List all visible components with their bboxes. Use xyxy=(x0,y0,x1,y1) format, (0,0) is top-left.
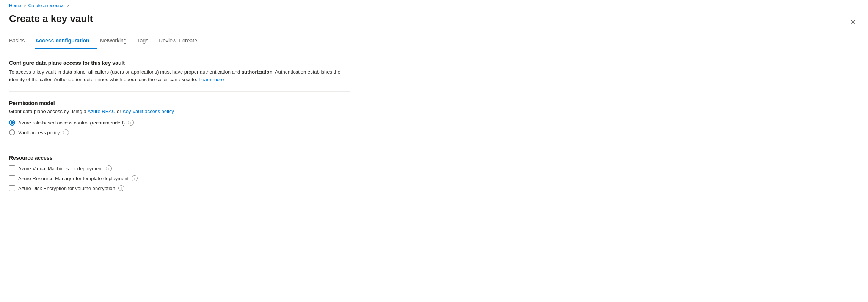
divider-1 xyxy=(9,91,350,92)
resource-access-section: Resource access Azure Virtual Machines f… xyxy=(9,155,350,191)
permission-model-section: Permission model Grant data plane access… xyxy=(9,100,350,135)
checkbox-arm-info-icon[interactable]: i xyxy=(132,175,138,181)
checkbox-vm-deployment-input[interactable] xyxy=(9,165,15,171)
breadcrumb-home[interactable]: Home xyxy=(9,3,21,8)
checkbox-arm-deployment-label: Azure Resource Manager for template depl… xyxy=(18,176,129,181)
content-area: Configure data plane access for this key… xyxy=(9,60,350,191)
checkbox-disk-info-icon[interactable]: i xyxy=(118,185,124,191)
configure-description: To access a key vault in data plane, all… xyxy=(9,68,350,83)
resource-access-checkboxes: Azure Virtual Machines for deployment i … xyxy=(9,165,350,191)
checkbox-vm-deployment[interactable]: Azure Virtual Machines for deployment i xyxy=(9,165,350,171)
configure-section: Configure data plane access for this key… xyxy=(9,60,350,83)
page-container: Home > Create a resource > Create a key … xyxy=(0,0,868,302)
radio-rbac-label: Azure role-based access control (recomme… xyxy=(18,120,125,126)
rbac-link[interactable]: Azure RBAC xyxy=(88,109,116,114)
radio-rbac-input[interactable] xyxy=(9,120,15,126)
checkbox-disk-encryption-input[interactable] xyxy=(9,185,15,191)
permission-radio-group: Azure role-based access control (recomme… xyxy=(9,120,350,135)
checkbox-disk-encryption-label: Azure Disk Encryption for volume encrypt… xyxy=(18,186,115,191)
breadcrumb: Home > Create a resource > xyxy=(9,0,859,10)
ellipsis-button[interactable]: ··· xyxy=(97,13,108,24)
radio-rbac[interactable]: Azure role-based access control (recomme… xyxy=(9,120,350,126)
checkbox-arm-deployment[interactable]: Azure Resource Manager for template depl… xyxy=(9,175,350,181)
checkbox-vm-deployment-label: Azure Virtual Machines for deployment xyxy=(18,166,103,171)
breadcrumb-create-resource[interactable]: Create a resource xyxy=(28,3,64,8)
permission-model-description: Grant data plane access by using a Azure… xyxy=(9,109,350,114)
radio-vault-policy-label: Vault access policy xyxy=(18,130,60,135)
tab-review-create[interactable]: Review + create xyxy=(159,34,205,49)
resource-access-title: Resource access xyxy=(9,155,350,161)
page-header: Create a key vault ··· ✕ xyxy=(9,10,859,34)
page-title-area: Create a key vault ··· xyxy=(9,13,108,25)
divider-2 xyxy=(9,146,350,146)
page-title: Create a key vault xyxy=(9,13,93,25)
tab-networking[interactable]: Networking xyxy=(100,34,134,49)
radio-vault-policy-input[interactable] xyxy=(9,129,15,135)
permission-model-title: Permission model xyxy=(9,100,350,106)
radio-rbac-info-icon[interactable]: i xyxy=(128,120,134,126)
breadcrumb-sep2: > xyxy=(67,3,69,8)
configure-title: Configure data plane access for this key… xyxy=(9,60,350,66)
checkbox-arm-deployment-input[interactable] xyxy=(9,175,15,181)
radio-vault-policy-info-icon[interactable]: i xyxy=(63,129,69,135)
tab-tags[interactable]: Tags xyxy=(137,34,156,49)
tabs-container: Basics Access configuration Networking T… xyxy=(9,34,859,49)
radio-vault-policy[interactable]: Vault access policy i xyxy=(9,129,350,135)
close-button[interactable]: ✕ xyxy=(847,17,859,28)
tab-access-configuration[interactable]: Access configuration xyxy=(35,34,97,49)
breadcrumb-sep1: > xyxy=(24,3,26,8)
learn-more-link[interactable]: Learn more xyxy=(199,77,224,82)
checkbox-vm-info-icon[interactable]: i xyxy=(106,165,112,171)
tab-basics[interactable]: Basics xyxy=(9,34,32,49)
checkbox-disk-encryption[interactable]: Azure Disk Encryption for volume encrypt… xyxy=(9,185,350,191)
policy-link[interactable]: Key Vault access policy xyxy=(122,109,174,114)
